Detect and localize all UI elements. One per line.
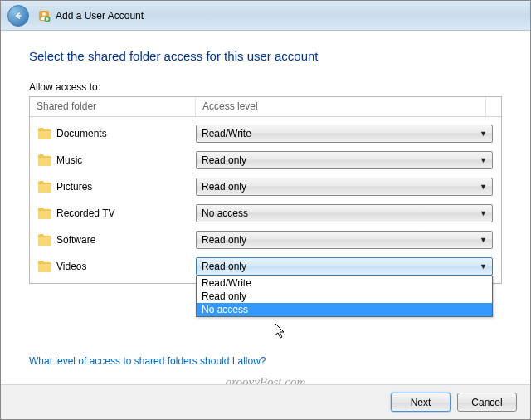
folder-cell: Pictures <box>38 181 196 193</box>
folder-name: Recorded TV <box>56 208 114 219</box>
chevron-down-icon: ▼ <box>480 183 487 191</box>
arrow-left-icon <box>12 10 24 22</box>
folder-name: Music <box>56 154 82 166</box>
next-button[interactable]: Next <box>391 393 451 412</box>
access-select[interactable]: Read only▼ <box>196 231 493 249</box>
access-select-wrap: No access▼ <box>196 204 493 222</box>
chevron-down-icon: ▼ <box>480 262 487 271</box>
content-area: Select the shared folder access for this… <box>1 31 530 367</box>
chevron-down-icon: ▼ <box>480 209 487 217</box>
table-row: Recorded TVNo access▼ <box>38 202 493 225</box>
access-select-value: Read/Write <box>202 128 251 139</box>
button-bar: Next Cancel <box>1 384 530 419</box>
access-select-value: Read only <box>202 234 246 246</box>
folder-cell: Videos <box>38 261 196 272</box>
folder-name: Documents <box>56 128 107 139</box>
page-heading: Select the shared folder access for this… <box>29 49 502 63</box>
titlebar: Add a User Account <box>1 1 530 31</box>
folder-icon <box>38 261 51 272</box>
access-select[interactable]: Read only▼ <box>196 178 493 196</box>
chevron-down-icon: ▼ <box>480 236 487 244</box>
access-table: Shared folder Access level DocumentsRead… <box>29 96 502 284</box>
allow-access-label: Allow access to: <box>29 81 502 93</box>
folder-cell: Software <box>38 234 196 246</box>
user-account-icon <box>37 9 51 22</box>
folder-icon <box>38 208 51 219</box>
folder-icon <box>38 181 51 193</box>
table-row: PicturesRead only▼ <box>38 175 493 198</box>
column-header-folder[interactable]: Shared folder <box>30 97 196 116</box>
table-header: Shared folder Access level <box>30 97 501 117</box>
folder-icon <box>38 154 51 166</box>
access-select[interactable]: Read only▼ <box>196 257 493 276</box>
svg-point-1 <box>42 12 46 16</box>
folder-name: Software <box>56 234 95 246</box>
access-select-value: Read only <box>202 154 246 166</box>
chevron-down-icon: ▼ <box>480 129 487 138</box>
access-select-wrap: Read only▼Read/WriteRead onlyNo access <box>196 257 493 276</box>
access-select-wrap: Read/Write▼ <box>196 125 493 143</box>
access-select-value: Read only <box>202 181 246 193</box>
dialog-window: Add a User Account Select the shared fol… <box>0 0 531 420</box>
folder-cell: Documents <box>38 128 196 139</box>
column-header-access[interactable]: Access level <box>196 97 486 116</box>
access-select[interactable]: No access▼ <box>196 204 493 222</box>
dropdown-option[interactable]: Read only <box>197 290 492 303</box>
help-link[interactable]: What level of access to shared folders s… <box>29 355 266 367</box>
table-body: DocumentsRead/Write▼MusicRead only▼Pictu… <box>30 117 501 283</box>
table-row: DocumentsRead/Write▼ <box>38 122 493 145</box>
folder-icon <box>38 128 51 139</box>
folder-name: Pictures <box>56 181 92 193</box>
table-row: SoftwareRead only▼ <box>38 228 493 252</box>
access-select-value: Read only <box>202 261 246 272</box>
access-select-wrap: Read only▼ <box>196 231 493 249</box>
chevron-down-icon: ▼ <box>480 156 487 164</box>
access-dropdown: Read/WriteRead onlyNo access <box>196 276 493 317</box>
back-button[interactable] <box>7 5 29 27</box>
access-select[interactable]: Read/Write▼ <box>196 125 493 143</box>
access-select-wrap: Read only▼ <box>196 151 493 169</box>
window-title: Add a User Account <box>56 10 144 22</box>
cancel-button[interactable]: Cancel <box>457 393 517 412</box>
folder-cell: Music <box>38 154 196 166</box>
dropdown-option[interactable]: No access <box>197 303 492 316</box>
access-select-value: No access <box>202 208 248 219</box>
column-header-spacer <box>486 97 501 116</box>
dropdown-option[interactable]: Read/Write <box>197 276 492 290</box>
access-select[interactable]: Read only▼ <box>196 151 493 169</box>
table-row: MusicRead only▼ <box>38 149 493 172</box>
folder-cell: Recorded TV <box>38 208 196 219</box>
folder-icon <box>38 234 51 246</box>
folder-name: Videos <box>56 261 86 272</box>
table-row: VideosRead only▼Read/WriteRead onlyNo ac… <box>38 255 493 278</box>
access-select-wrap: Read only▼ <box>196 178 493 196</box>
